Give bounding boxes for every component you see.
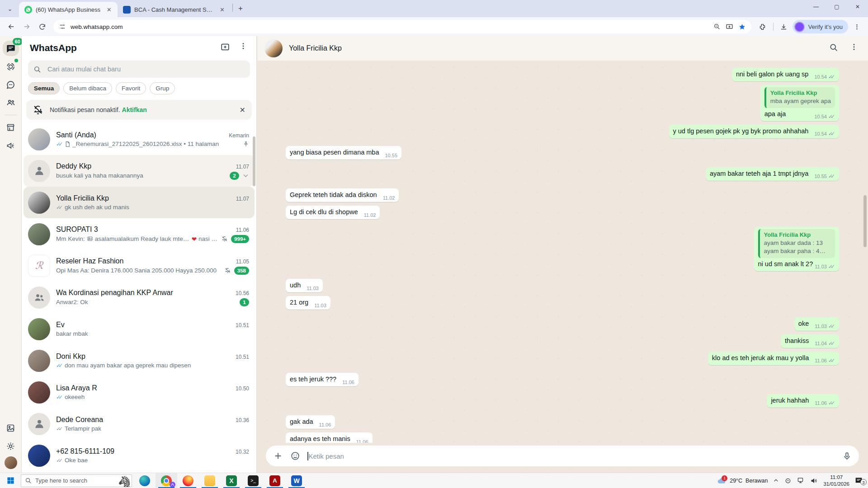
incoming-message[interactable]: yang biasa pesen dimana mba10.55 bbox=[286, 146, 401, 160]
taskbar-word-icon[interactable]: W bbox=[286, 473, 307, 488]
downloads-icon[interactable] bbox=[777, 20, 791, 33]
tray-network-icon[interactable] bbox=[797, 477, 805, 484]
reload-icon[interactable] bbox=[35, 20, 49, 33]
business-tools-icon[interactable] bbox=[3, 120, 19, 135]
quoted-message[interactable]: Yolla Fricilia Kkpayam bakar dada : 13ay… bbox=[758, 229, 835, 258]
search-highlight-zebra-image[interactable]: 🦓 bbox=[118, 477, 131, 487]
incoming-message[interactable]: adanya es teh manis11.06 bbox=[286, 432, 373, 443]
incoming-message[interactable]: Geprek teteh tidak ada diskon11.02 bbox=[286, 188, 399, 202]
chat-list-item[interactable]: Dede Coreana10.36✓✓Terlampir pak bbox=[24, 408, 255, 440]
attach-plus-icon[interactable] bbox=[273, 451, 283, 461]
tray-expand-chevron-icon[interactable] bbox=[773, 478, 779, 483]
banner-activate-link[interactable]: Aktifkan bbox=[122, 106, 147, 113]
chat-list-item[interactable]: Wa Kordinasi penagihan KKP Anwar10.56Anw… bbox=[24, 282, 255, 313]
filter-grup[interactable]: Grup bbox=[150, 82, 175, 94]
tab-close-icon[interactable]: ✕ bbox=[105, 5, 113, 14]
url-text[interactable]: web.whatsapp.com bbox=[71, 23, 711, 30]
chat-list-item[interactable]: Doni Kkp10.51✓✓don mau ayam bakar apa ge… bbox=[24, 345, 255, 376]
communities-tab-icon[interactable] bbox=[3, 95, 19, 110]
incoming-message[interactable]: 21 org11.03 bbox=[286, 296, 330, 310]
tab-bca[interactable]: BCA - Cash Management Syste ✕ bbox=[118, 2, 231, 17]
maximize-button[interactable]: ▢ bbox=[826, 0, 847, 14]
conversation-scrollbar[interactable] bbox=[863, 195, 867, 247]
filter-semua[interactable]: Semua bbox=[28, 82, 60, 94]
new-chat-icon[interactable] bbox=[220, 42, 230, 54]
incoming-message[interactable]: Lg di cek dlu di shopwe11.02 bbox=[286, 206, 380, 219]
taskbar-acrobat-icon[interactable]: A bbox=[264, 473, 286, 488]
zoom-out-icon[interactable] bbox=[711, 20, 723, 33]
chat-list-item[interactable]: Santi (Anda)Kemarin✓✓_Renemurasi_2712202… bbox=[24, 123, 255, 155]
conversation-menu-icon[interactable] bbox=[850, 43, 858, 54]
contact-avatar[interactable] bbox=[264, 39, 283, 57]
chat-list-item[interactable]: SUROPATI 311.06Mm Kevin: asalamualaikum … bbox=[24, 218, 255, 250]
tray-volume-icon[interactable] bbox=[810, 477, 818, 484]
outgoing-message[interactable]: Yolla Fricilia Kkpayam bakar dada : 13ay… bbox=[754, 227, 840, 271]
taskbar-edge-icon[interactable] bbox=[134, 473, 156, 488]
media-library-icon[interactable] bbox=[3, 420, 19, 436]
banner-close-icon[interactable]: ✕ bbox=[240, 106, 245, 114]
start-button[interactable] bbox=[0, 473, 21, 488]
search-input[interactable]: Cari atau mulai chat baru bbox=[28, 61, 250, 78]
weather-widget[interactable]: 1 29°C Berawan bbox=[717, 478, 768, 484]
conversation-header[interactable]: Yolla Fricilia Kkp bbox=[257, 36, 868, 61]
extensions-icon[interactable] bbox=[756, 20, 769, 33]
chats-tab-icon[interactable]: 60 bbox=[3, 41, 19, 56]
tab-whatsapp[interactable]: (60) WhatsApp Business ✕ bbox=[19, 2, 118, 17]
tray-meet-now-icon[interactable] bbox=[784, 477, 792, 484]
mic-icon[interactable] bbox=[842, 451, 852, 461]
chat-list-item[interactable]: Ev10.51bakar mbak bbox=[24, 313, 255, 345]
minimize-button[interactable]: — bbox=[806, 0, 826, 14]
outgoing-message[interactable]: Yolla Fricilia Kkpmba ayam geprek apaapa… bbox=[760, 85, 839, 121]
outgoing-message[interactable]: nni beli galon pk uang sp10.54✓✓ bbox=[732, 68, 839, 81]
chat-list-item[interactable]: +62 815-6111-10910.32✓✓Oke bae bbox=[24, 440, 255, 471]
incoming-message[interactable]: es teh jeruk ???11.06 bbox=[286, 373, 359, 386]
message-input[interactable]: Ketik pesan bbox=[307, 452, 835, 460]
taskbar-file-explorer-icon[interactable] bbox=[199, 473, 221, 488]
chevron-down-icon[interactable] bbox=[242, 172, 249, 179]
tab-search-button[interactable]: ⌄ bbox=[4, 2, 16, 15]
quoted-message[interactable]: Yolla Fricilia Kkpmba ayam geprek apa bbox=[764, 87, 835, 108]
chat-list-item[interactable]: Lisa Araya R10.50✓✓okeeeh bbox=[24, 376, 255, 408]
outgoing-message[interactable]: y ud tlg pesen gojek pk yg byk promo ahh… bbox=[669, 125, 839, 138]
channels-tab-icon[interactable] bbox=[3, 77, 19, 92]
tab-close-icon[interactable]: ✕ bbox=[218, 5, 226, 14]
conversation-search-icon[interactable] bbox=[829, 43, 838, 54]
profile-avatar[interactable] bbox=[5, 456, 17, 469]
verify-profile-button[interactable]: Verify it's you bbox=[793, 20, 848, 33]
taskbar-clock[interactable]: 11:07 31/01/2026 bbox=[823, 474, 849, 487]
browser-menu-icon[interactable] bbox=[850, 20, 863, 33]
chat-list-item[interactable]: ℛReseler Haz Fashion11.05Opi Mas Aa: Den… bbox=[24, 250, 255, 282]
back-icon[interactable] bbox=[5, 20, 18, 33]
new-tab-button[interactable]: + bbox=[235, 3, 246, 14]
forward-icon[interactable] bbox=[20, 20, 33, 33]
emoji-icon[interactable] bbox=[290, 451, 300, 461]
status-tab-icon[interactable] bbox=[3, 59, 19, 74]
bookmark-star-icon[interactable] bbox=[736, 20, 749, 33]
incoming-message[interactable]: udh11.03 bbox=[286, 279, 323, 292]
taskbar-excel-icon[interactable]: X bbox=[221, 473, 242, 488]
site-settings-icon[interactable] bbox=[59, 23, 66, 30]
taskbar-search-input[interactable]: Type here to search 🦓 bbox=[21, 474, 132, 487]
outgoing-message[interactable]: jeruk hahhah11.06✓✓ bbox=[767, 394, 839, 408]
chat-list-item[interactable]: Yolla Fricilia Kkp11.07✓✓gk ush deh ak u… bbox=[24, 187, 255, 218]
advertise-megaphone-icon[interactable] bbox=[3, 138, 19, 153]
taskbar-chrome-icon[interactable]: A bbox=[156, 473, 177, 488]
notification-center-icon[interactable]: 3 bbox=[855, 477, 863, 484]
contact-name[interactable]: Yolla Fricilia Kkp bbox=[289, 44, 823, 52]
taskbar-firefox-icon[interactable] bbox=[177, 473, 199, 488]
chat-list-scrollbar[interactable] bbox=[253, 136, 255, 186]
outgoing-message[interactable]: oke11.03✓✓ bbox=[794, 317, 839, 331]
settings-gear-icon[interactable] bbox=[3, 438, 19, 454]
chat-list-item[interactable]: Deddy Kkp11.07busuk kali ya haha makanan… bbox=[24, 155, 255, 187]
incoming-message[interactable]: gak ada11.06 bbox=[286, 415, 335, 429]
filter-favorit[interactable]: Favorit bbox=[116, 82, 146, 94]
close-button[interactable]: ✕ bbox=[847, 0, 868, 14]
filter-belum-dibaca[interactable]: Belum dibaca bbox=[63, 82, 112, 94]
taskbar-cmd-icon[interactable]: >_ bbox=[242, 473, 264, 488]
outgoing-message[interactable]: klo ad es teh jeruk ak mau y yolla11.06✓… bbox=[708, 352, 839, 365]
install-app-icon[interactable] bbox=[723, 20, 736, 33]
outgoing-message[interactable]: ayam bakar teteh aja 1 tmpt jdnya10.55✓✓ bbox=[706, 167, 839, 181]
outgoing-message[interactable]: thankiss11.04✓✓ bbox=[781, 334, 839, 348]
address-bar[interactable]: web.whatsapp.com bbox=[53, 20, 751, 33]
chat-list-menu-icon[interactable] bbox=[239, 42, 247, 54]
